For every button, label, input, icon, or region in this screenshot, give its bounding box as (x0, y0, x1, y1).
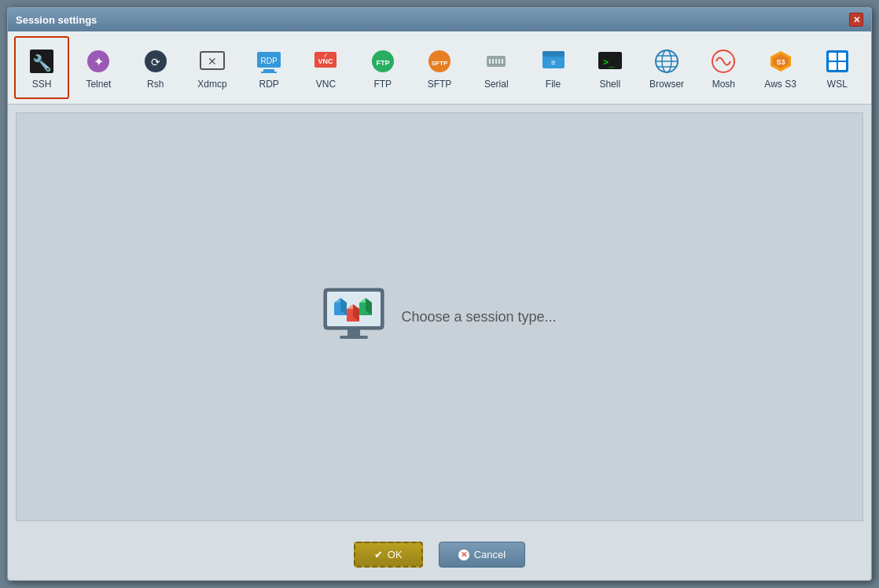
session-type-awss3[interactable]: S3 Aws S3 (752, 36, 807, 99)
svg-text:FTP: FTP (376, 59, 389, 67)
ok-button[interactable]: ✔ OK (354, 542, 423, 568)
browser-label: Browser (649, 79, 684, 90)
session-type-serial[interactable]: Serial (469, 36, 524, 99)
telnet-icon: ✦ (84, 47, 112, 75)
svg-rect-46 (348, 329, 360, 336)
svg-rect-26 (542, 51, 565, 57)
ssh-icon: 🔧 (28, 47, 56, 75)
svg-text:SFTP: SFTP (432, 60, 448, 67)
rsh-label: Rsh (147, 79, 164, 90)
placeholder-container: Choose a session type... (322, 287, 556, 347)
dialog-footer: ✔ OK ✕ Cancel (8, 529, 871, 580)
session-type-browser[interactable]: Browser (639, 36, 694, 99)
session-type-ftp[interactable]: FTP FTP (355, 36, 410, 99)
svg-text:≡: ≡ (551, 58, 556, 67)
shell-icon: >_ (596, 47, 624, 75)
session-type-shell[interactable]: >_ Shell (583, 36, 638, 99)
svg-text:RDP: RDP (261, 57, 278, 65)
placeholder-monitor-icon (322, 287, 385, 347)
awss3-icon: S3 (767, 47, 795, 75)
wsl-label: WSL (827, 79, 848, 90)
telnet-label: Telnet (86, 79, 111, 90)
session-type-xdmcp[interactable]: ✕ Xdmcp (185, 36, 240, 99)
placeholder-text: Choose a session type... (401, 309, 556, 325)
svg-text:✕: ✕ (208, 55, 217, 68)
xdmcp-icon: ✕ (198, 47, 226, 75)
ok-check-icon: ✔ (374, 549, 383, 560)
session-type-vnc[interactable]: VNC ✓ VNC (298, 36, 353, 99)
svg-text:✓: ✓ (323, 52, 329, 59)
rdp-icon: RDP (255, 47, 283, 75)
svg-text:S3: S3 (776, 58, 785, 66)
session-type-mosh[interactable]: Mosh (696, 36, 751, 99)
browser-icon (653, 47, 681, 75)
svg-rect-10 (261, 72, 277, 73)
sftp-label: SFTP (428, 79, 452, 90)
session-type-telnet[interactable]: ✦ Telnet (71, 36, 126, 99)
mosh-label: Mosh (712, 79, 735, 90)
file-label: File (546, 79, 561, 90)
cancel-x-icon: ✕ (458, 549, 469, 560)
session-type-ssh[interactable]: 🔧 SSH (14, 36, 69, 99)
ok-label: OK (388, 549, 403, 560)
svg-rect-43 (838, 62, 846, 70)
serial-label: Serial (484, 79, 509, 90)
dialog-title: Session settings (16, 14, 97, 26)
vnc-label: VNC (316, 79, 336, 90)
mosh-icon (709, 47, 737, 75)
title-bar: Session settings ✕ (8, 8, 871, 31)
main-content-area: Choose a session type... (16, 112, 863, 521)
session-settings-dialog: Session settings ✕ 🔧 SSH ✦ Telnet (7, 7, 872, 581)
file-icon: ≡ (539, 47, 568, 75)
cancel-button[interactable]: ✕ Cancel (439, 542, 525, 568)
svg-text:⟳: ⟳ (151, 56, 160, 68)
close-button[interactable]: ✕ (849, 13, 863, 27)
rdp-label: RDP (259, 79, 279, 90)
svg-rect-42 (829, 62, 837, 70)
svg-rect-40 (829, 53, 837, 61)
svg-text:✦: ✦ (94, 55, 104, 68)
rsh-icon: ⟳ (142, 47, 170, 75)
svg-rect-47 (340, 336, 368, 339)
title-bar-content: Session settings (16, 14, 97, 26)
svg-text:>_: >_ (603, 57, 615, 68)
svg-rect-41 (838, 53, 846, 61)
svg-rect-9 (263, 69, 274, 72)
cancel-label: Cancel (474, 549, 506, 560)
session-type-file[interactable]: ≡ File (525, 36, 580, 99)
session-type-bar: 🔧 SSH ✦ Telnet ⟳ Rsh (8, 31, 871, 105)
ssh-label: SSH (32, 79, 52, 90)
session-type-rsh[interactable]: ⟳ Rsh (128, 36, 183, 99)
vnc-icon: VNC ✓ (311, 47, 340, 75)
shell-label: Shell (599, 79, 620, 90)
ftp-icon: FTP (369, 47, 397, 75)
ftp-label: FTP (373, 79, 392, 90)
session-type-sftp[interactable]: SFTP SFTP (412, 36, 467, 99)
session-type-wsl[interactable]: WSL (810, 36, 865, 99)
xdmcp-label: Xdmcp (197, 79, 226, 90)
serial-icon (482, 47, 510, 75)
svg-text:🔧: 🔧 (32, 53, 52, 72)
wsl-icon (823, 47, 851, 75)
sftp-icon: SFTP (425, 47, 454, 75)
awss3-label: Aws S3 (764, 79, 796, 90)
session-type-rdp[interactable]: RDP RDP (241, 36, 296, 99)
